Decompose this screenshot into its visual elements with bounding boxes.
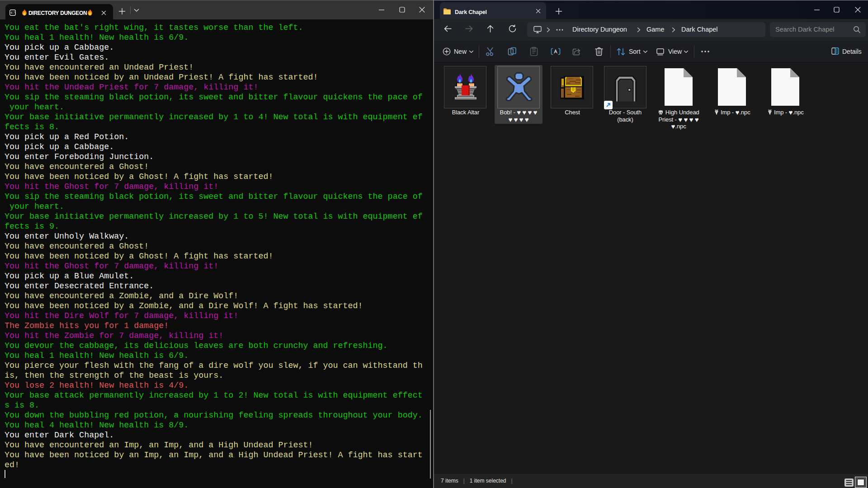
svg-text:c:\: c:\ bbox=[10, 11, 15, 14]
